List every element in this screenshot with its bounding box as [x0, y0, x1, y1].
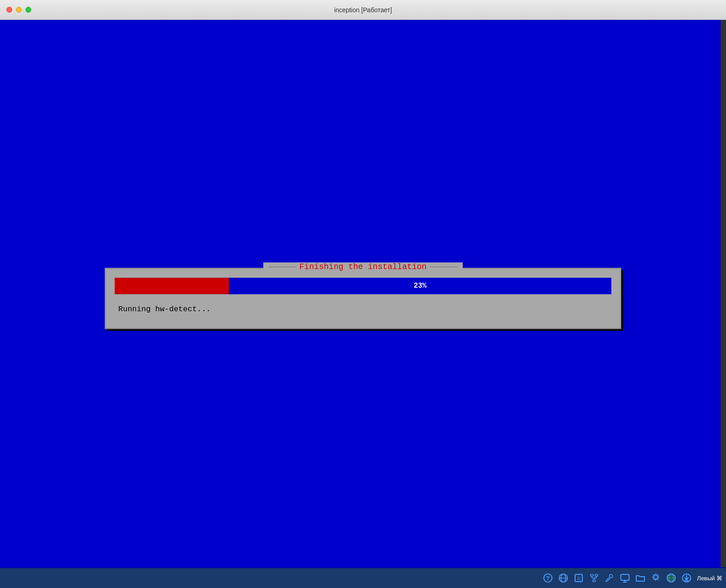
taskbar-network-icon[interactable] [587, 571, 601, 585]
progress-remaining: 23% [229, 278, 611, 294]
progress-bar-container: 23% [115, 278, 611, 294]
svg-rect-9 [593, 580, 595, 582]
svg-text:⎘: ⎘ [577, 576, 581, 581]
minimize-button[interactable] [16, 7, 22, 13]
maximize-button[interactable] [25, 7, 31, 13]
dialog-content: 23% Running hw-detect... [106, 269, 620, 328]
window-title: inception [Работает] [334, 6, 392, 14]
titlebar: inception [Работает] [0, 0, 726, 20]
taskbar-usb-icon[interactable]: ⎘ [572, 571, 586, 585]
title-line-left [269, 266, 296, 267]
svg-rect-14 [621, 574, 629, 580]
status-text: Running hw-detect... [115, 303, 611, 315]
taskbar-settings-icon[interactable] [649, 571, 663, 585]
taskbar-display-icon[interactable] [618, 571, 632, 585]
close-button[interactable] [6, 7, 12, 13]
scroll-handle[interactable] [721, 20, 726, 567]
installation-dialog: Finishing the installation 23% Running h… [105, 268, 621, 329]
taskbar-wrench-icon[interactable] [603, 571, 616, 585]
title-line-right [430, 266, 457, 267]
svg-rect-8 [595, 574, 598, 576]
taskbar-folder-icon[interactable] [634, 571, 647, 585]
dialog-title: Finishing the installation [300, 262, 427, 271]
progress-label: 23% [414, 282, 427, 290]
taskbar-globe-icon[interactable] [557, 571, 570, 585]
taskbar-keyboard-label: Левый ⌘ [697, 575, 722, 582]
svg-text:?: ? [546, 575, 550, 582]
window-controls [6, 7, 31, 13]
progress-filled [115, 278, 229, 294]
taskbar-question-icon[interactable]: ? [541, 571, 555, 585]
vm-screen[interactable]: Finishing the installation 23% Running h… [0, 20, 726, 567]
taskbar-download-icon[interactable] [680, 571, 693, 585]
taskbar: ? ⎘ [0, 567, 726, 588]
dialog-title-bar: Finishing the installation [263, 262, 463, 271]
svg-rect-7 [590, 574, 593, 576]
taskbar-globe2-icon[interactable] [664, 571, 678, 585]
